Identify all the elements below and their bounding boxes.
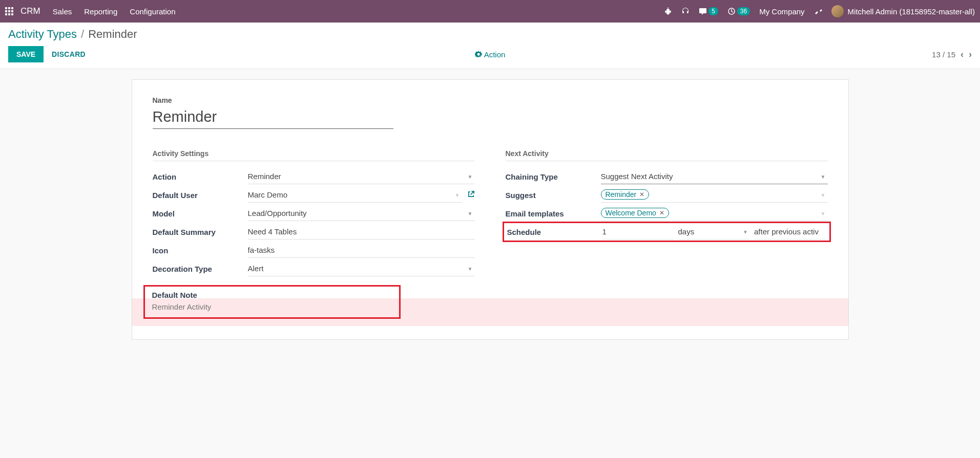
schedule-after-text: after previous activ (754, 224, 826, 239)
col-next-activity: Next Activity Chaining Type ▼ Suggest Re… (506, 149, 828, 278)
field-chaining-type[interactable] (601, 169, 828, 184)
section-next-activity: Next Activity (506, 149, 828, 161)
action-dropdown[interactable]: Action (475, 50, 506, 59)
tools-icon[interactable] (814, 7, 822, 15)
pager-next[interactable]: › (969, 49, 972, 60)
field-decoration-type[interactable] (248, 261, 475, 276)
col-activity-settings: Activity Settings Action ▼ Default User (153, 149, 475, 278)
tag-suggest: Reminder ✕ (601, 189, 650, 200)
save-button[interactable]: SAVE (8, 46, 44, 62)
default-note-label: Default Note (152, 291, 392, 299)
label-decoration-type: Decoration Type (153, 265, 248, 273)
nav-menu: Sales Reporting Configuration (53, 7, 176, 16)
nav-item-sales[interactable]: Sales (53, 7, 72, 16)
field-email-templates[interactable]: Welcome Demo ✕ ▼ (601, 206, 828, 221)
avatar (831, 5, 844, 17)
user-menu[interactable]: Mitchell Admin (18158952-master-all) (831, 5, 975, 17)
app-brand[interactable]: CRM (20, 6, 40, 16)
label-chaining-type: Chaining Type (506, 172, 601, 181)
field-schedule-number[interactable] (602, 224, 674, 239)
field-default-user[interactable] (248, 187, 462, 203)
label-email-templates: Email templates (506, 209, 601, 218)
field-action[interactable] (248, 169, 475, 184)
activities-icon[interactable]: 36 (727, 7, 750, 15)
default-note-body[interactable]: Reminder Activity (152, 302, 392, 311)
pager: 13 / 15 ‹ › (932, 49, 972, 60)
nav-item-reporting[interactable]: Reporting (84, 7, 117, 16)
discard-button[interactable]: DISCARD (52, 50, 86, 58)
field-model[interactable] (248, 206, 475, 221)
field-suggest[interactable]: Reminder ✕ ▼ (601, 188, 828, 203)
pager-text: 13 / 15 (932, 50, 955, 59)
company-switcher[interactable]: My Company (759, 7, 804, 16)
breadcrumb-sep: / (81, 28, 84, 41)
label-schedule: Schedule (507, 228, 602, 236)
messages-badge: 5 (708, 7, 718, 15)
schedule-row-highlight: Schedule ▼ after previous activ (503, 222, 831, 242)
field-default-summary[interactable] (248, 224, 475, 239)
messages-icon[interactable]: 5 (699, 7, 718, 15)
breadcrumb: Activity Types / Reminder (8, 28, 972, 41)
tag-remove-icon[interactable]: ✕ (659, 209, 664, 216)
field-schedule-unit[interactable] (678, 224, 750, 239)
activities-badge: 36 (737, 7, 750, 15)
label-default-summary: Default Summary (153, 228, 248, 236)
label-icon: Icon (153, 246, 248, 255)
chevron-down-icon: ▼ (821, 192, 826, 198)
pager-prev[interactable]: ‹ (961, 49, 964, 60)
label-suggest: Suggest (506, 191, 601, 200)
tag-email-template: Welcome Demo ✕ (601, 208, 669, 218)
user-name: Mitchell Admin (18158952-master-all) (848, 7, 975, 16)
tag-remove-icon[interactable]: ✕ (639, 191, 644, 198)
support-icon[interactable] (681, 7, 690, 15)
sheet-wrap: Name Activity Settings Action ▼ Default … (0, 69, 980, 350)
label-default-user: Default User (153, 191, 248, 200)
nav-item-configuration[interactable]: Configuration (130, 7, 175, 16)
label-model: Model (153, 209, 248, 218)
name-input[interactable] (153, 106, 393, 129)
apps-icon[interactable] (5, 7, 13, 15)
top-navbar: CRM Sales Reporting Configuration 5 36 M… (0, 0, 980, 23)
section-activity-settings: Activity Settings (153, 149, 475, 161)
form-sheet: Name Activity Settings Action ▼ Default … (132, 79, 849, 340)
chevron-down-icon: ▼ (821, 210, 826, 216)
bug-icon[interactable] (664, 7, 672, 15)
nav-right: 5 36 My Company Mitchell Admin (18158952… (664, 5, 975, 17)
breadcrumb-parent[interactable]: Activity Types (8, 28, 77, 41)
control-bar: Activity Types / Reminder SAVE DISCARD A… (0, 23, 980, 69)
label-action: Action (153, 172, 248, 181)
actions-row: SAVE DISCARD Action 13 / 15 ‹ › (8, 46, 972, 62)
gear-icon (475, 51, 482, 58)
name-label: Name (153, 96, 828, 104)
breadcrumb-current: Reminder (88, 28, 137, 41)
default-note-highlight: Default Note Reminder Activity (143, 285, 401, 319)
external-link-icon[interactable] (467, 190, 475, 200)
field-icon[interactable] (248, 243, 475, 258)
